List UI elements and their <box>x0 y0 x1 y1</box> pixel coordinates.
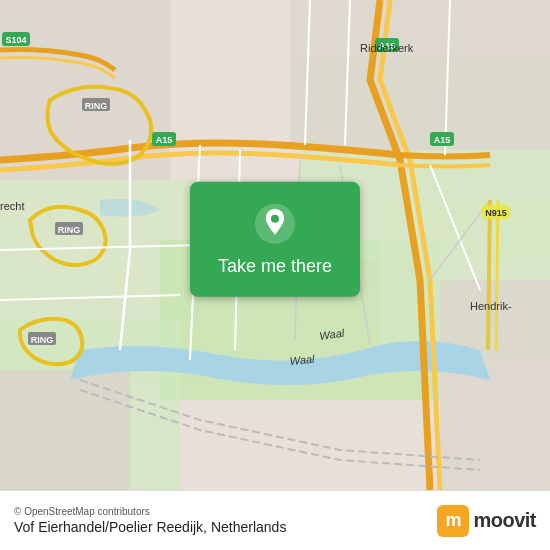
take-me-there-label: Take me there <box>218 256 332 277</box>
moovit-text: moovit <box>473 509 536 532</box>
svg-text:A15: A15 <box>434 135 451 145</box>
svg-text:S104: S104 <box>5 35 26 45</box>
svg-text:Hendrik-: Hendrik- <box>470 300 512 312</box>
svg-rect-7 <box>290 0 550 150</box>
map-container: A16 A15 A15 S104 RING RING RING N915 Rid… <box>0 0 550 490</box>
footer-bar: © OpenStreetMap contributors Vof Eierhan… <box>0 490 550 550</box>
svg-point-33 <box>271 215 279 223</box>
moovit-logo: m moovit <box>437 505 536 537</box>
svg-text:Waal: Waal <box>289 353 315 367</box>
footer-left: © OpenStreetMap contributors Vof Eierhan… <box>14 506 286 535</box>
place-name: Vof Eierhandel/Poelier Reedijk, Netherla… <box>14 519 286 535</box>
moovit-m-icon: m <box>437 505 469 537</box>
location-pin-icon <box>253 202 297 246</box>
svg-text:RING: RING <box>31 335 54 345</box>
svg-rect-9 <box>0 370 130 490</box>
svg-text:N915: N915 <box>485 208 507 218</box>
svg-text:recht: recht <box>0 200 24 212</box>
svg-text:RING: RING <box>58 225 81 235</box>
take-me-there-button[interactable]: Take me there <box>190 182 360 297</box>
svg-text:Ridderkerk: Ridderkerk <box>360 42 414 54</box>
svg-text:A15: A15 <box>156 135 173 145</box>
osm-attribution: © OpenStreetMap contributors <box>14 506 286 517</box>
svg-text:RING: RING <box>85 101 108 111</box>
